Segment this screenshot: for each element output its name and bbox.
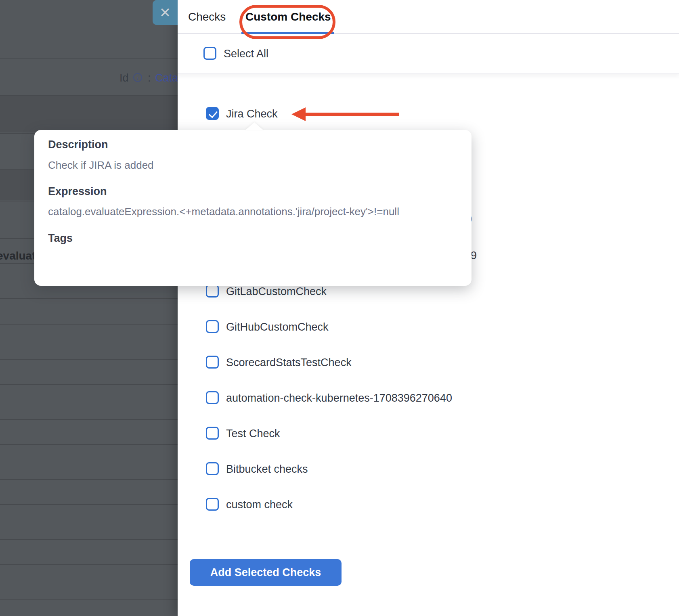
screen: Id i : Cata evaluat ✕ Checks Custom Chec… bbox=[0, 0, 679, 616]
check-row-automation-check-kubernetes-1708396270640: automation-check-kubernetes-170839627064… bbox=[178, 386, 679, 410]
check-label[interactable]: ScorecardStatsTestCheck bbox=[226, 356, 352, 369]
check-label[interactable]: Test Check bbox=[226, 427, 280, 440]
select-all-row: Select All bbox=[178, 35, 679, 74]
checkbox-unchecked[interactable] bbox=[206, 462, 219, 475]
select-all-label[interactable]: Select All bbox=[224, 48, 268, 60]
background-table-header: Id i : Cata bbox=[0, 72, 178, 86]
check-label[interactable]: Jira Check bbox=[226, 108, 278, 120]
tooltip-description-heading: Description bbox=[48, 138, 108, 151]
check-row-scorecardstatstestcheck: ScorecardStatsTestCheck bbox=[178, 350, 679, 374]
checks-drawer-panel: Checks Custom Checks Select All Jira Che… bbox=[178, 0, 679, 616]
checkbox-unchecked[interactable] bbox=[206, 356, 219, 369]
background-colon: : bbox=[148, 72, 151, 84]
checkbox-unchecked[interactable] bbox=[206, 391, 219, 404]
check-label[interactable]: GitHubCustomCheck bbox=[226, 321, 329, 333]
check-label[interactable]: automation-check-kubernetes-170839627064… bbox=[226, 392, 452, 404]
checkbox-unchecked[interactable] bbox=[206, 320, 219, 333]
check-label[interactable]: Bitbucket checks bbox=[226, 463, 308, 476]
info-icon: i bbox=[133, 73, 142, 82]
add-selected-checks-button[interactable]: Add Selected Checks bbox=[190, 559, 342, 586]
checkbox-unchecked[interactable] bbox=[206, 285, 219, 298]
checkbox-unchecked[interactable] bbox=[206, 427, 219, 440]
active-tab-indicator bbox=[241, 32, 334, 34]
tooltip-expression-heading: Expression bbox=[48, 185, 107, 198]
check-row-bitbucket-checks: Bitbucket checks bbox=[178, 457, 679, 481]
check-label[interactable]: GitLabCustomCheck bbox=[226, 285, 327, 298]
check-row-custom-check: custom check bbox=[178, 492, 679, 516]
tooltip-description-text: Check if JIRA is added bbox=[48, 159, 154, 172]
select-all-checkbox[interactable] bbox=[203, 47, 216, 60]
tooltip-expression-text: catalog.evaluateExpression.<+metadata.an… bbox=[48, 205, 399, 218]
background-id-label: Id bbox=[119, 72, 129, 84]
checkbox-unchecked[interactable] bbox=[206, 498, 219, 511]
tooltip-tags-heading: Tags bbox=[48, 232, 73, 245]
check-details-tooltip: Description Check if JIRA is added Expre… bbox=[34, 130, 472, 286]
occluded-label-fragment: 9 bbox=[471, 249, 477, 262]
check-row-githubcustomcheck: GitHubCustomCheck bbox=[178, 314, 679, 339]
tab-bar: Checks Custom Checks bbox=[178, 0, 679, 34]
check-row-jira-check: Jira Check bbox=[178, 101, 679, 126]
tab-custom-checks[interactable]: Custom Checks bbox=[245, 0, 331, 34]
close-icon: ✕ bbox=[159, 5, 171, 20]
check-row-test-check: Test Check bbox=[178, 421, 679, 445]
check-label[interactable]: custom check bbox=[226, 499, 293, 511]
background-evaluate-text-fragment: evaluat bbox=[0, 249, 36, 262]
background-catalog-link-fragment: Cata bbox=[155, 72, 178, 84]
close-button[interactable]: ✕ bbox=[153, 0, 178, 25]
tooltip-caret bbox=[245, 122, 264, 130]
checkbox-checked[interactable] bbox=[206, 107, 219, 120]
tab-checks[interactable]: Checks bbox=[188, 0, 226, 34]
